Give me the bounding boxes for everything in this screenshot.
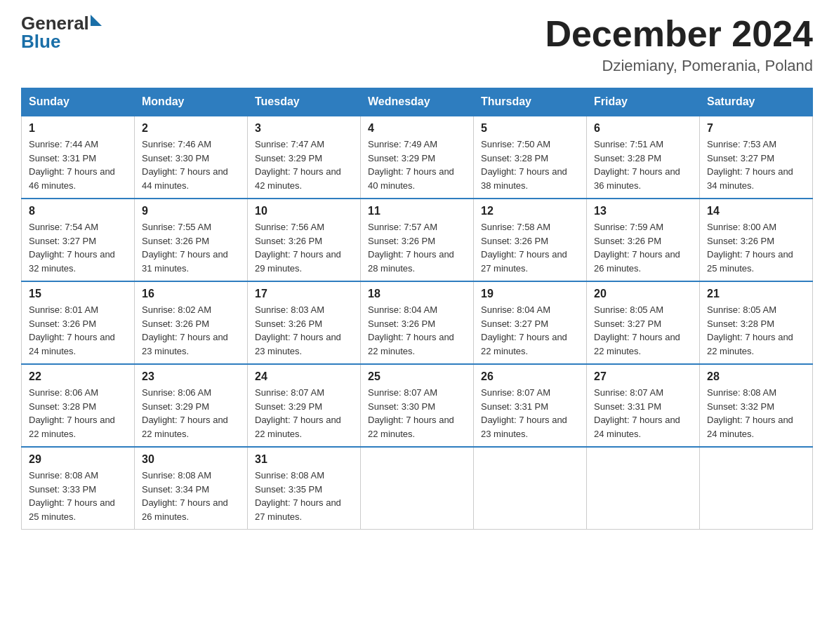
table-row: 10 Sunrise: 7:56 AMSunset: 3:26 PMDaylig… [248, 199, 361, 281]
table-row: 9 Sunrise: 7:55 AMSunset: 3:26 PMDayligh… [135, 199, 248, 281]
day-info: Sunrise: 8:02 AMSunset: 3:26 PMDaylight:… [142, 304, 228, 356]
table-row: 26 Sunrise: 8:07 AMSunset: 3:31 PMDaylig… [474, 364, 587, 447]
day-number: 23 [142, 370, 240, 383]
day-number: 22 [29, 370, 127, 383]
table-row: 6 Sunrise: 7:51 AMSunset: 3:28 PMDayligh… [587, 116, 700, 199]
table-row [474, 447, 587, 530]
logo-general-text: General [21, 14, 89, 32]
day-number: 9 [142, 205, 240, 217]
location-title: Dziemiany, Pomerania, Poland [545, 57, 813, 75]
day-number: 31 [255, 453, 353, 466]
day-info: Sunrise: 7:56 AMSunset: 3:26 PMDaylight:… [255, 222, 341, 274]
calendar-week-row: 22 Sunrise: 8:06 AMSunset: 3:28 PMDaylig… [22, 364, 813, 447]
day-info: Sunrise: 8:06 AMSunset: 3:29 PMDaylight:… [142, 387, 228, 439]
day-number: 10 [255, 205, 353, 217]
day-info: Sunrise: 7:58 AMSunset: 3:26 PMDaylight:… [481, 222, 567, 274]
day-number: 1 [29, 122, 127, 135]
day-number: 15 [29, 288, 127, 300]
table-row: 31 Sunrise: 8:08 AMSunset: 3:35 PMDaylig… [248, 447, 361, 530]
day-info: Sunrise: 8:04 AMSunset: 3:27 PMDaylight:… [481, 304, 567, 356]
col-wednesday: Wednesday [361, 88, 474, 116]
day-info: Sunrise: 7:46 AMSunset: 3:30 PMDaylight:… [142, 139, 228, 191]
table-row: 4 Sunrise: 7:49 AMSunset: 3:29 PMDayligh… [361, 116, 474, 199]
day-number: 20 [594, 288, 692, 300]
day-info: Sunrise: 8:05 AMSunset: 3:28 PMDaylight:… [707, 304, 793, 356]
col-sunday: Sunday [22, 88, 135, 116]
day-info: Sunrise: 8:08 AMSunset: 3:32 PMDaylight:… [707, 387, 793, 439]
day-number: 6 [594, 122, 692, 135]
day-info: Sunrise: 7:47 AMSunset: 3:29 PMDaylight:… [255, 139, 341, 191]
table-row [587, 447, 700, 530]
day-number: 16 [142, 288, 240, 300]
calendar-header-row: Sunday Monday Tuesday Wednesday Thursday… [22, 88, 813, 116]
day-number: 28 [707, 370, 805, 383]
table-row: 28 Sunrise: 8:08 AMSunset: 3:32 PMDaylig… [700, 364, 813, 447]
table-row: 15 Sunrise: 8:01 AMSunset: 3:26 PMDaylig… [22, 281, 135, 364]
day-number: 17 [255, 288, 353, 300]
table-row: 27 Sunrise: 8:07 AMSunset: 3:31 PMDaylig… [587, 364, 700, 447]
table-row: 23 Sunrise: 8:06 AMSunset: 3:29 PMDaylig… [135, 364, 248, 447]
table-row: 25 Sunrise: 8:07 AMSunset: 3:30 PMDaylig… [361, 364, 474, 447]
day-number: 25 [368, 370, 466, 383]
day-info: Sunrise: 8:08 AMSunset: 3:34 PMDaylight:… [142, 470, 228, 522]
day-info: Sunrise: 8:08 AMSunset: 3:35 PMDaylight:… [255, 470, 341, 522]
table-row: 21 Sunrise: 8:05 AMSunset: 3:28 PMDaylig… [700, 281, 813, 364]
day-info: Sunrise: 8:07 AMSunset: 3:29 PMDaylight:… [255, 387, 341, 439]
day-info: Sunrise: 8:01 AMSunset: 3:26 PMDaylight:… [29, 304, 115, 356]
logo-blue-text: Blue [21, 31, 60, 53]
day-number: 12 [481, 205, 579, 217]
table-row: 30 Sunrise: 8:08 AMSunset: 3:34 PMDaylig… [135, 447, 248, 530]
calendar-week-row: 15 Sunrise: 8:01 AMSunset: 3:26 PMDaylig… [22, 281, 813, 364]
day-info: Sunrise: 8:07 AMSunset: 3:30 PMDaylight:… [368, 387, 454, 439]
table-row: 24 Sunrise: 8:07 AMSunset: 3:29 PMDaylig… [248, 364, 361, 447]
calendar-week-row: 8 Sunrise: 7:54 AMSunset: 3:27 PMDayligh… [22, 199, 813, 281]
day-number: 21 [707, 288, 805, 300]
col-saturday: Saturday [700, 88, 813, 116]
day-number: 3 [255, 122, 353, 135]
day-number: 18 [368, 288, 466, 300]
day-number: 27 [594, 370, 692, 383]
day-number: 29 [29, 453, 127, 466]
day-info: Sunrise: 8:06 AMSunset: 3:28 PMDaylight:… [29, 387, 115, 439]
table-row: 5 Sunrise: 7:50 AMSunset: 3:28 PMDayligh… [474, 116, 587, 199]
page-header: General Blue December 2024 Dziemiany, Po… [21, 14, 813, 75]
day-info: Sunrise: 8:04 AMSunset: 3:26 PMDaylight:… [368, 304, 454, 356]
table-row: 22 Sunrise: 8:06 AMSunset: 3:28 PMDaylig… [22, 364, 135, 447]
day-info: Sunrise: 7:50 AMSunset: 3:28 PMDaylight:… [481, 139, 567, 191]
day-number: 7 [707, 122, 805, 135]
calendar-week-row: 1 Sunrise: 7:44 AMSunset: 3:31 PMDayligh… [22, 116, 813, 199]
day-number: 13 [594, 205, 692, 217]
day-number: 24 [255, 370, 353, 383]
day-info: Sunrise: 8:00 AMSunset: 3:26 PMDaylight:… [707, 222, 793, 274]
day-number: 26 [481, 370, 579, 383]
day-number: 11 [368, 205, 466, 217]
day-info: Sunrise: 7:53 AMSunset: 3:27 PMDaylight:… [707, 139, 793, 191]
day-number: 19 [481, 288, 579, 300]
table-row: 11 Sunrise: 7:57 AMSunset: 3:26 PMDaylig… [361, 199, 474, 281]
day-info: Sunrise: 8:07 AMSunset: 3:31 PMDaylight:… [594, 387, 680, 439]
day-info: Sunrise: 7:55 AMSunset: 3:26 PMDaylight:… [142, 222, 228, 274]
day-info: Sunrise: 7:57 AMSunset: 3:26 PMDaylight:… [368, 222, 454, 274]
day-info: Sunrise: 7:44 AMSunset: 3:31 PMDaylight:… [29, 139, 115, 191]
calendar-table: Sunday Monday Tuesday Wednesday Thursday… [21, 88, 813, 530]
col-thursday: Thursday [474, 88, 587, 116]
table-row: 7 Sunrise: 7:53 AMSunset: 3:27 PMDayligh… [700, 116, 813, 199]
title-block: December 2024 Dziemiany, Pomerania, Pola… [545, 14, 813, 75]
table-row: 19 Sunrise: 8:04 AMSunset: 3:27 PMDaylig… [474, 281, 587, 364]
month-title: December 2024 [545, 14, 813, 54]
table-row: 20 Sunrise: 8:05 AMSunset: 3:27 PMDaylig… [587, 281, 700, 364]
day-info: Sunrise: 7:51 AMSunset: 3:28 PMDaylight:… [594, 139, 680, 191]
day-number: 2 [142, 122, 240, 135]
day-info: Sunrise: 8:08 AMSunset: 3:33 PMDaylight:… [29, 470, 115, 522]
calendar-week-row: 29 Sunrise: 8:08 AMSunset: 3:33 PMDaylig… [22, 447, 813, 530]
day-number: 4 [368, 122, 466, 135]
table-row: 18 Sunrise: 8:04 AMSunset: 3:26 PMDaylig… [361, 281, 474, 364]
table-row: 14 Sunrise: 8:00 AMSunset: 3:26 PMDaylig… [700, 199, 813, 281]
day-info: Sunrise: 7:49 AMSunset: 3:29 PMDaylight:… [368, 139, 454, 191]
col-friday: Friday [587, 88, 700, 116]
table-row: 12 Sunrise: 7:58 AMSunset: 3:26 PMDaylig… [474, 199, 587, 281]
table-row [361, 447, 474, 530]
logo: General Blue [21, 14, 102, 53]
table-row: 13 Sunrise: 7:59 AMSunset: 3:26 PMDaylig… [587, 199, 700, 281]
day-number: 30 [142, 453, 240, 466]
